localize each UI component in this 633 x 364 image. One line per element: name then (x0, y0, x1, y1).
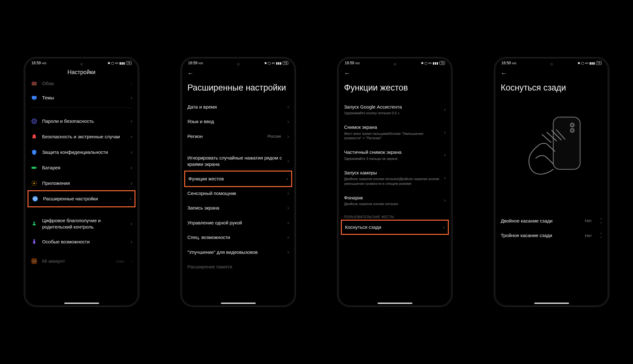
home-indicator[interactable] (378, 303, 412, 304)
advanced-item-one-hand[interactable]: Управление одной рукой › (187, 216, 289, 230)
settings-item-themes[interactable]: Темы › (31, 90, 132, 106)
svg-rect-1 (33, 99, 35, 100)
svg-rect-0 (32, 96, 37, 99)
phone-screen-gestures: 16:59WB ✱▢4G▮▮▮73 ← Функции жестов Запус… (337, 57, 453, 307)
chevron-right-icon: › (287, 119, 289, 124)
chevron-right-icon: › (287, 191, 289, 196)
svg-point-15 (570, 123, 574, 127)
status-wb: WB (42, 62, 47, 65)
chevron-right-icon: › (443, 224, 445, 230)
chevron-right-icon: › (131, 95, 132, 101)
chevron-right-icon: › (444, 175, 446, 181)
fingerprint-icon (31, 118, 38, 125)
advanced-item-special[interactable]: Спец. возможности › (187, 230, 289, 245)
chevron-right-icon: › (131, 180, 132, 186)
chevron-right-icon: › (287, 205, 289, 211)
chevron-right-icon: › (444, 107, 446, 112)
chevron-right-icon: › (287, 158, 289, 164)
phone-screen-advanced: 16:59WB ✱▢4G▮▮▮73 ← Расширенные настройк… (180, 57, 296, 307)
advanced-item-language[interactable]: Язык и ввод › (187, 114, 289, 129)
chevron-right-icon: › (287, 249, 289, 255)
settings-item-wallpaper[interactable]: Обои › (31, 80, 132, 90)
gesture-item-flashlight[interactable]: Фонарик Двойное нажатие кнопки питания › (344, 191, 446, 211)
advanced-item-datetime[interactable]: Дата и время › (187, 100, 289, 115)
home-indicator[interactable] (64, 303, 99, 304)
account-value: Ivan (116, 259, 124, 264)
camera-notch (80, 63, 83, 66)
back-button[interactable]: ← (187, 70, 194, 77)
back-tap-illustration (501, 106, 602, 195)
settings-item-battery[interactable]: Батарея › (31, 160, 132, 176)
settings-item-privacy[interactable]: Защита конфиденциальности › (31, 145, 132, 160)
advanced-item-touch-assistant[interactable]: Сенсорный помощник › (187, 186, 289, 201)
back-tap-triple[interactable]: Тройное касание сзади Нет ⌃⌄ (501, 228, 602, 243)
svg-point-16 (570, 129, 574, 132)
battery-icon (31, 164, 38, 171)
chevron-right-icon: › (444, 198, 446, 203)
advanced-item-screen-record[interactable]: Запись экрана › (187, 201, 289, 216)
gear-icon (31, 180, 38, 187)
advanced-item-memory[interactable]: Расширение памяти (187, 260, 289, 270)
svg-point-4 (34, 121, 35, 122)
svg-point-9 (34, 198, 34, 199)
page-title: Коснуться сзади (501, 79, 602, 100)
phone-screen-back-tap: 16:59WB ✱▢4G▮▮▮73 ← Коснуться сзади (494, 57, 609, 307)
svg-point-10 (35, 198, 36, 199)
themes-icon (31, 94, 38, 101)
chevron-right-icon: › (131, 149, 132, 155)
chevron-right-icon: › (130, 196, 131, 202)
back-button[interactable]: ← (344, 70, 350, 77)
chevron-right-icon: › (286, 176, 288, 182)
svg-rect-5 (32, 167, 36, 169)
gesture-item-partial-screenshot[interactable]: Частичный снимок экрана Удерживайте 3 па… (344, 145, 446, 165)
mi-icon: mi (31, 258, 38, 265)
gesture-item-assistant[interactable]: Запуск Google Ассистента Удерживайте кно… (344, 100, 446, 120)
shield-icon (31, 149, 38, 156)
settings-item-apps[interactable]: Приложения › (31, 176, 132, 191)
bell-icon (31, 133, 38, 140)
gesture-item-camera[interactable]: Запуск камеры Двойное нажатие кнопки пит… (344, 166, 446, 191)
svg-point-7 (34, 183, 35, 184)
more-icon (32, 195, 39, 202)
camera-notch (550, 63, 553, 66)
settings-item-passwords[interactable]: Пароли и безопасность › (31, 114, 132, 129)
settings-item-safety[interactable]: Безопасность и экстренные случаи › (31, 129, 132, 145)
settings-item-wellbeing[interactable]: Цифровое благополучие и родительский кон… (31, 213, 132, 234)
chevron-right-icon: › (131, 239, 132, 245)
page-title: Расширенные настройки (187, 79, 289, 100)
status-icons: ✱▢4G▮▮▮ 74 (108, 61, 132, 65)
advanced-item-region[interactable]: Регион Россия › (187, 129, 289, 144)
chevron-right-icon: › (444, 152, 446, 158)
chevron-right-icon: › (287, 235, 289, 240)
settings-item-advanced[interactable]: Расширенные настройки › (28, 190, 135, 207)
chevron-right-icon: › (444, 129, 446, 135)
svg-point-11 (36, 198, 37, 199)
back-tap-triple-value: Нет (585, 233, 592, 238)
advanced-item-edge-touch[interactable]: Игнорировать случайные нажатия рядом с к… (187, 151, 289, 172)
status-time: 16:59 (31, 61, 41, 65)
section-header: ПОЛЬЗОВАТЕЛЬСКИЕ ЖЕСТЫ (344, 211, 446, 221)
settings-item-mi-account[interactable]: mi Mi аккаунт Ivan › (31, 254, 132, 265)
svg-point-13 (34, 239, 35, 241)
advanced-item-video-enhance[interactable]: "Улучшение" для видеовызовов › (187, 245, 289, 260)
home-indicator[interactable] (534, 303, 569, 304)
home-indicator[interactable] (221, 303, 256, 304)
svg-point-12 (34, 222, 35, 223)
updown-icon: ⌃⌄ (599, 219, 602, 223)
gesture-item-screenshot[interactable]: Снимок экрана Жест вниз тремя пальцами/К… (344, 120, 446, 145)
updown-icon: ⌃⌄ (599, 233, 602, 237)
chevron-right-icon: › (131, 81, 132, 86)
chevron-right-icon: › (131, 118, 132, 124)
gesture-item-back-tap[interactable]: Коснуться сзади › (341, 220, 449, 235)
settings-item-accessibility[interactable]: Особые возможности › (31, 234, 132, 250)
chevron-right-icon: › (131, 258, 132, 264)
chevron-right-icon: › (131, 134, 132, 140)
back-tap-double[interactable]: Двойное касание сзади Нет ⌃⌄ (501, 214, 602, 229)
svg-rect-6 (36, 167, 37, 168)
chevron-right-icon: › (287, 104, 289, 110)
camera-notch (237, 63, 240, 66)
wellbeing-icon (31, 220, 38, 227)
back-button[interactable]: ← (501, 70, 507, 77)
advanced-item-gestures[interactable]: Функции жестов › (184, 171, 292, 187)
chevron-right-icon: › (287, 134, 289, 139)
